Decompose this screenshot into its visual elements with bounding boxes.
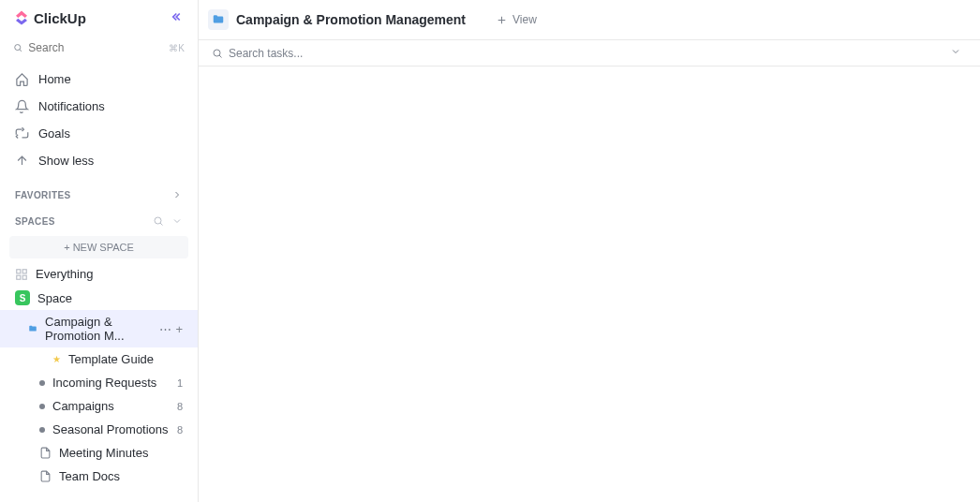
search-kbd-hint: ⌘K [169,43,185,53]
task-search[interactable]: Search tasks... [199,40,980,66]
svg-point-0 [15,45,21,51]
doc-icon [39,470,52,482]
breadcrumb-title: Campaign & Promotion Management [236,12,466,27]
search-icon [212,48,223,59]
main: Campaign & Promotion Management View Sea… [199,0,980,502]
folder-add-icon[interactable]: + [175,322,183,336]
nav-home[interactable]: Home [0,66,198,93]
folder-icon [28,322,37,335]
doc-icon [39,447,52,459]
chevron-right-icon [171,189,183,200]
everything-item[interactable]: Everything [0,262,198,286]
sidebar-search-input[interactable] [28,41,169,54]
space-item[interactable]: S Space [0,286,198,310]
nav-icon [15,154,29,168]
nav-show-less[interactable]: Show less [0,147,198,174]
toolbar: Campaign & Promotion Management View [199,0,980,40]
search-icon [13,42,22,53]
task-search-placeholder: Search tasks... [229,47,303,60]
list-item[interactable]: Incoming Requests1 [0,371,198,394]
chevron-down-icon[interactable] [950,46,967,60]
sidebar: ClickUp ⌘K HomeNotificationsGoalsShow le… [0,0,199,502]
doc-item[interactable]: Meeting Minutes [0,441,198,465]
sidebar-search[interactable]: ⌘K [0,36,198,60]
list-item[interactable]: ★Template Guide [0,347,198,371]
nav-icon [15,72,29,86]
list-item[interactable]: Campaigns8 [0,394,198,418]
nav-goals[interactable]: Goals [0,120,198,147]
nav-icon [15,99,29,113]
list-dot-icon [39,357,45,362]
chevron-down-icon[interactable] [171,215,183,227]
new-space-button[interactable]: + NEW SPACE [9,236,188,258]
svg-rect-5 [22,275,26,279]
spaces-header[interactable]: SPACES [0,206,198,232]
list-item[interactable]: Seasonal Promotions8 [0,418,198,441]
space-avatar: S [15,290,30,305]
svg-point-1 [155,217,161,224]
brand-logo[interactable]: ClickUp [13,9,86,26]
list-dot-icon [39,404,45,409]
search-icon[interactable] [153,215,164,227]
svg-rect-3 [22,269,26,273]
grid-icon [15,268,28,281]
add-view-button[interactable]: View [486,6,546,34]
folder-more-icon[interactable]: ⋯ [159,322,171,336]
plus-icon [496,14,508,26]
list-dot-icon [39,427,45,433]
folder-item[interactable]: Campaign & Promotion M... ⋯ + [0,310,198,347]
favorites-header[interactable]: FAVORITES [0,180,198,206]
svg-rect-2 [17,269,21,273]
nav-notifications[interactable]: Notifications [0,93,198,120]
svg-point-6 [214,50,220,56]
svg-rect-4 [17,275,21,279]
list-area [199,66,980,502]
nav-icon [15,126,29,140]
breadcrumb-folder-icon[interactable] [208,9,229,30]
list-dot-icon [39,380,45,386]
sidebar-collapse-button[interactable] [171,10,185,26]
doc-item[interactable]: Team Docs [0,465,198,488]
